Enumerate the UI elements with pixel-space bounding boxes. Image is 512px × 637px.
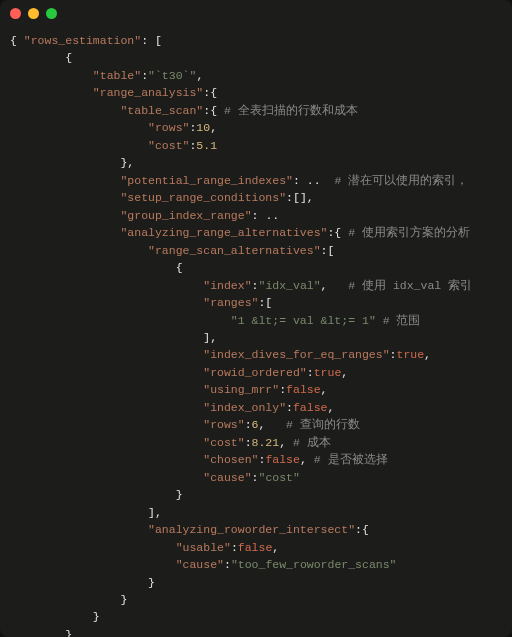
key-using-mrr: using_mrr xyxy=(210,383,272,396)
val-table: `t30` xyxy=(155,69,190,82)
key-cause-2: cause xyxy=(183,558,218,571)
val-false-1: false xyxy=(286,383,321,396)
key-setup-range-conditions: setup_range_conditions xyxy=(127,191,279,204)
key-range-analysis: range_analysis xyxy=(100,86,197,99)
key-rows-2: rows xyxy=(210,418,238,431)
close-icon[interactable] xyxy=(10,8,21,19)
key-index-dives: index_dives_for_eq_ranges xyxy=(210,348,383,361)
val-cost-821: 8.21 xyxy=(252,436,280,449)
comment-use-idx-val: # 使用 idx_val 索引 xyxy=(348,279,472,292)
key-range-scan-alternatives: range_scan_alternatives xyxy=(155,244,314,257)
comment-rows6: # 查询的行数 xyxy=(286,418,360,431)
val-cost-51: 5.1 xyxy=(196,139,217,152)
key-analyzing-roworder-intersect: analyzing_roworder_intersect xyxy=(155,523,348,536)
val-cause-too-few: too_few_roworder_scans xyxy=(238,558,390,571)
val-index: idx_val xyxy=(265,279,313,292)
val-false-2: false xyxy=(293,401,328,414)
val-rows-10: 10 xyxy=(196,121,210,134)
val-dots-1: .. xyxy=(307,174,321,187)
key-rowid-ordered: rowid_ordered xyxy=(210,366,300,379)
val-false-3: false xyxy=(265,453,300,466)
key-index: index xyxy=(210,279,245,292)
minimize-icon[interactable] xyxy=(28,8,39,19)
val-false-4: false xyxy=(238,541,273,554)
val-true-2: true xyxy=(314,366,342,379)
key-table-scan: table_scan xyxy=(127,104,196,117)
key-usable: usable xyxy=(183,541,224,554)
val-cause-cost: cost xyxy=(265,471,293,484)
comment-analyzing-range: # 使用索引方案的分析 xyxy=(348,226,470,239)
key-table: table xyxy=(100,69,135,82)
key-cost: cost xyxy=(155,139,183,152)
key-analyzing-range-alternatives: analyzing_range_alternatives xyxy=(127,226,320,239)
val-range-expr: 1 &lt;= val &lt;= 1 xyxy=(238,314,369,327)
comment-table-scan: # 全表扫描的行数和成本 xyxy=(224,104,358,117)
key-group-index-range: group_index_range xyxy=(127,209,244,222)
code-window: { "rows_estimation": [ { "table":"`t30`"… xyxy=(0,0,512,637)
key-index-only: index_only xyxy=(210,401,279,414)
key-cause: cause xyxy=(210,471,245,484)
comment-chosen: # 是否被选择 xyxy=(314,453,388,466)
comment-cost821: # 成本 xyxy=(293,436,331,449)
comment-range: # 范围 xyxy=(383,314,421,327)
code-block: { "rows_estimation": [ { "table":"`t30`"… xyxy=(0,26,512,637)
zoom-icon[interactable] xyxy=(46,8,57,19)
val-dots-2: .. xyxy=(265,209,279,222)
key-ranges: ranges xyxy=(210,296,251,309)
key-potential-range-indexes: potential_range_indexes xyxy=(127,174,286,187)
key-rows: rows xyxy=(155,121,183,134)
comment-potential: # 潜在可以使用的索引， xyxy=(334,174,468,187)
val-true-1: true xyxy=(396,348,424,361)
window-titlebar xyxy=(0,0,512,26)
key-rows-estimation: rows_estimation xyxy=(31,34,135,47)
key-chosen: chosen xyxy=(210,453,251,466)
key-cost-2: cost xyxy=(210,436,238,449)
